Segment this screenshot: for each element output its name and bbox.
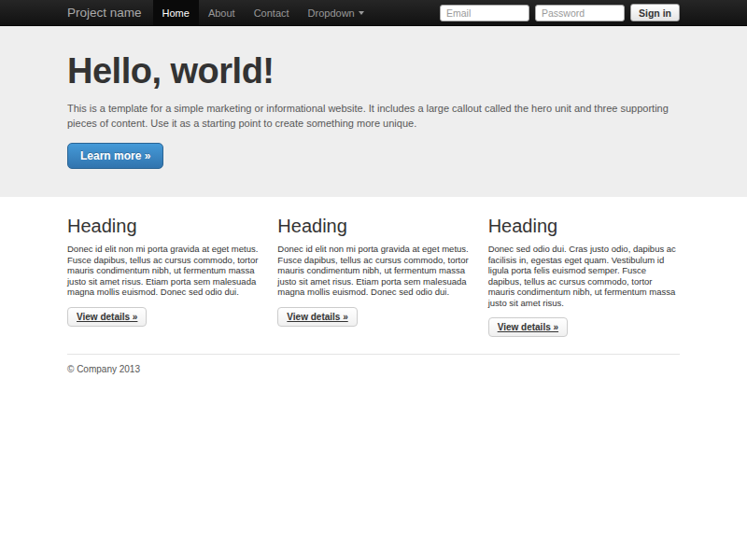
hero-unit: Hello, world! This is a template for a s… — [0, 26, 747, 197]
nav-item-about[interactable]: About — [199, 0, 245, 25]
sign-in-button[interactable]: Sign in — [630, 4, 680, 21]
nav-item-label: Home — [162, 7, 190, 19]
caret-down-icon — [359, 11, 364, 15]
column-body-text: Donec id elit non mi porta gravida at eg… — [67, 244, 259, 298]
learn-more-button[interactable]: Learn more » — [67, 143, 163, 169]
view-details-button-2[interactable]: View details » — [277, 307, 357, 327]
nav-item-contact[interactable]: Contact — [245, 0, 299, 25]
column-heading: Heading — [277, 215, 469, 237]
email-field[interactable] — [440, 5, 529, 21]
nav-item-label: Contact — [254, 7, 289, 19]
nav-item-label: About — [208, 7, 235, 19]
navbar-inner: Project name Home About Contact Dropdown… — [67, 0, 680, 25]
nav-item-home[interactable]: Home — [153, 0, 199, 25]
nav-menu: Home About Contact Dropdown — [153, 0, 374, 25]
column-body-text: Donec id elit non mi porta gravida at eg… — [277, 244, 469, 298]
nav-item-dropdown[interactable]: Dropdown — [299, 0, 374, 25]
footer-divider — [67, 354, 680, 355]
main-content: Heading Donec id elit non mi porta gravi… — [67, 197, 680, 374]
content-column-1: Heading Donec id elit non mi porta gravi… — [67, 215, 259, 337]
nav-item-label: Dropdown — [308, 7, 355, 19]
hero-title: Hello, world! — [67, 50, 680, 91]
column-heading: Heading — [67, 215, 259, 237]
footer: © Company 2013 — [67, 364, 680, 374]
content-column-3: Heading Donec sed odio dui. Cras justo o… — [488, 215, 680, 337]
content-column-2: Heading Donec id elit non mi porta gravi… — [277, 215, 469, 337]
password-field[interactable] — [535, 5, 625, 21]
view-details-button-3[interactable]: View details » — [488, 317, 568, 337]
columns-row: Heading Donec id elit non mi porta gravi… — [67, 215, 680, 337]
brand-link[interactable]: Project name — [67, 0, 142, 25]
navbar: Project name Home About Contact Dropdown… — [0, 0, 747, 26]
column-heading: Heading — [488, 215, 680, 237]
view-details-button-1[interactable]: View details » — [67, 307, 147, 327]
sign-in-form: Sign in — [440, 0, 680, 25]
column-body-text: Donec sed odio dui. Cras justo odio, dap… — [488, 244, 680, 308]
copyright-text: © Company 2013 — [67, 364, 680, 374]
hero-description: This is a template for a simple marketin… — [67, 102, 680, 131]
